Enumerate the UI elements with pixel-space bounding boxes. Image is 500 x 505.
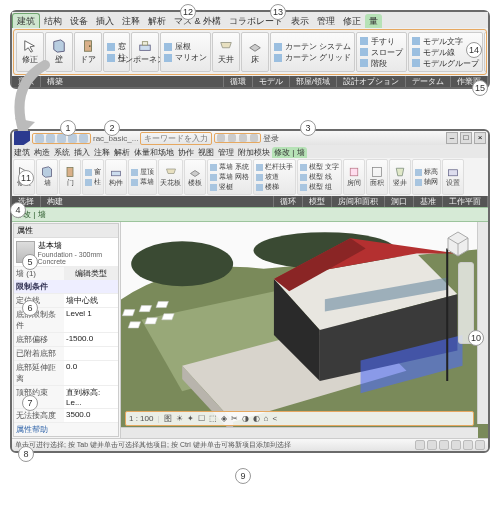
m-rail-item[interactable]: 栏杆扶手 (256, 162, 293, 172)
tab-modify[interactable]: 修正 (339, 14, 365, 28)
m-mullion-item[interactable]: 竖梃 (210, 182, 249, 192)
m-curtain-item[interactable]: 幕墙 (131, 177, 154, 187)
tab-annotate[interactable]: 注释 (118, 14, 144, 28)
m-ramp-item[interactable]: 坡道 (256, 172, 293, 182)
prop-v-3[interactable] (64, 347, 118, 360)
minimize-button[interactable]: – (446, 132, 458, 144)
vc-icon-3[interactable]: ☐ (198, 414, 205, 423)
m-tab-arch[interactable]: 建筑 (12, 147, 32, 158)
window-column-list[interactable]: 窓 柱 (103, 32, 130, 72)
m-curtsys-item[interactable]: 幕墙 系统 (210, 162, 249, 172)
door-button[interactable]: ドア (74, 32, 102, 72)
m-win-col-list[interactable]: 窗柱 (82, 159, 104, 195)
prop-row-3[interactable]: 已附着底部 (14, 346, 118, 360)
m-curtain-list[interactable]: 幕墙 系统幕墙 网格竖梃 (207, 159, 252, 195)
qat-print-icon[interactable] (79, 134, 88, 143)
m-tab-manage[interactable]: 管理 (216, 147, 236, 158)
curtain-grid-item[interactable]: カーテン グリッド (274, 52, 351, 63)
maximize-button[interactable]: □ (460, 132, 472, 144)
prop-row-2[interactable]: 底部偏移-1500.0 (14, 332, 118, 346)
status-icon-5[interactable] (475, 440, 485, 450)
vc-icon-8[interactable]: ◐ (253, 414, 260, 423)
m-shaft-button[interactable]: 竖井 (389, 159, 411, 195)
app-logo-icon[interactable] (14, 131, 30, 145)
m-wall-button[interactable]: 墙 (36, 159, 58, 195)
m-floor-button[interactable]: 楼板 (184, 159, 206, 195)
m-column-item[interactable]: 柱 (85, 177, 101, 187)
instance-filter[interactable]: 墙 (1) (14, 267, 64, 280)
tab-manage[interactable]: 管理 (313, 14, 339, 28)
tab-insert[interactable]: 插入 (92, 14, 118, 28)
window-item[interactable]: 窓 (107, 41, 126, 52)
component-button[interactable]: コンポーネント (131, 32, 159, 72)
m-tab-modify-wall[interactable]: 修改 | 墙 (272, 147, 307, 158)
m-door-button[interactable]: 门 (59, 159, 81, 195)
prop-help-row[interactable]: 属性帮助 (14, 422, 118, 436)
infocenter-star-icon[interactable] (239, 134, 247, 142)
scrollbar-horizontal[interactable] (121, 427, 478, 438)
prop-v-0[interactable]: 墙中心线 (64, 294, 118, 307)
ramp-item[interactable]: スロープ (360, 47, 403, 58)
m-mgroup-item[interactable]: 模型 组 (300, 182, 339, 192)
prop-v-1[interactable]: Level 1 (64, 308, 118, 332)
curtain-system-item[interactable]: カーテン システム (274, 41, 351, 52)
m-tab-view[interactable]: 视图 (196, 147, 216, 158)
prop-row-4[interactable]: 底部延伸距离0.0 (14, 360, 118, 385)
m-circ-list[interactable]: 栏杆扶手坡道楼梯 (253, 159, 296, 195)
mullion-item[interactable]: マリオン (164, 52, 207, 63)
m-tab-sys[interactable]: 系统 (52, 147, 72, 158)
infocenter-search-icon[interactable] (217, 134, 225, 142)
tab-architecture[interactable]: 建筑 (12, 13, 40, 28)
close-button[interactable]: × (474, 132, 486, 144)
infocenter-user-icon[interactable] (250, 134, 258, 142)
tab-massing[interactable]: マス & 外構 (170, 14, 225, 28)
roof-item[interactable]: 屋根 (164, 41, 207, 52)
m-tab-ann[interactable]: 注释 (92, 147, 112, 158)
roof-mullion-list[interactable]: 屋根 マリオン (160, 32, 211, 72)
vc-icon-7[interactable]: ◑ (242, 414, 249, 423)
model-group-item[interactable]: モデルグループ (412, 58, 479, 69)
m-tab-collab[interactable]: 协作 (176, 147, 196, 158)
status-icon-1[interactable] (427, 440, 437, 450)
vc-icon-0[interactable]: 图 (164, 413, 172, 424)
m-set-button[interactable]: 设置 (442, 159, 464, 195)
vc-icon-1[interactable]: ☀ (176, 414, 183, 423)
m-component-button[interactable]: 构件 (105, 159, 127, 195)
vc-icon-10[interactable]: < (272, 414, 277, 423)
grid-placeholder1[interactable] (484, 32, 487, 72)
m-tab-ana[interactable]: 解析 (112, 147, 132, 158)
m-tab-mass[interactable]: 体量和场地 (132, 147, 176, 158)
m-roof-list[interactable]: 屋顶幕墙 (128, 159, 157, 195)
prop-v-6[interactable]: 3500.0 (64, 409, 118, 422)
m-area-button[interactable]: 面积 (366, 159, 388, 195)
tab-view[interactable]: 表示 (287, 14, 313, 28)
tab-systems[interactable]: 设备 (66, 14, 92, 28)
view-cube[interactable] (442, 226, 474, 258)
tab-extra[interactable]: 量 (365, 14, 382, 28)
m-mline-item[interactable]: 模型 线 (300, 172, 339, 182)
tab-structure[interactable]: 结构 (40, 14, 66, 28)
prop-v-5[interactable]: 直到标高: Le... (64, 386, 118, 408)
m-level-item[interactable]: 标高 (415, 167, 438, 177)
vc-icon-5[interactable]: ◈ (221, 414, 227, 423)
floor-button[interactable]: 床 (241, 32, 269, 72)
vc-icon-4[interactable]: ⬚ (209, 414, 217, 423)
m-grid-item[interactable]: 轴网 (415, 177, 438, 187)
help-search-input[interactable]: キーワードを入力 (140, 132, 212, 145)
tab-analyze[interactable]: 解析 (144, 14, 170, 28)
m-window-item[interactable]: 窗 (85, 167, 101, 177)
login-link[interactable]: 登录 (263, 133, 279, 144)
ceiling-button[interactable]: 天井 (212, 32, 240, 72)
prop-v-2[interactable]: -1500.0 (64, 333, 118, 346)
m-roof-item[interactable]: 屋顶 (131, 167, 154, 177)
vc-icon-6[interactable]: ✂ (231, 414, 238, 423)
prop-v-4[interactable]: 0.0 (64, 361, 118, 385)
m-model-list[interactable]: 模型 文字模型 线模型 组 (297, 159, 342, 195)
scrollbar-vertical[interactable] (477, 222, 488, 424)
m-ceiling-button[interactable]: 天花板 (158, 159, 183, 195)
m-stair-item[interactable]: 楼梯 (256, 182, 293, 192)
m-tab-struct[interactable]: 构造 (32, 147, 52, 158)
rail-item[interactable]: 手すり (360, 36, 403, 47)
m-tab-addin[interactable]: 附加模块 (236, 147, 272, 158)
status-icon-0[interactable] (415, 440, 425, 450)
